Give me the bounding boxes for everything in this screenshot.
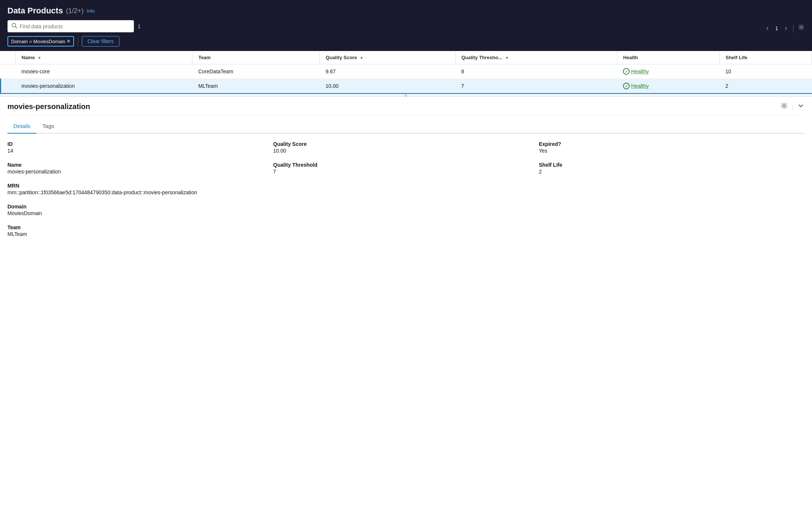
quality-threshold-value: 7 xyxy=(273,169,531,175)
healthy-label: Healthy xyxy=(631,68,649,74)
page-title: Data Products xyxy=(7,6,63,16)
healthy-badge: Healthy xyxy=(623,68,713,75)
table-area: Name ▼ Team Quality Score ▼ Quality Thre… xyxy=(0,51,812,94)
quality-threshold-sort-icon: ▼ xyxy=(505,56,509,60)
row1-name: movies-core xyxy=(16,64,192,79)
expired-value: Yes xyxy=(539,148,797,154)
name-sort-icon: ▼ xyxy=(38,56,41,60)
detail-section-2: Quality Score 10.00 Quality Threshold 7 xyxy=(273,141,539,245)
col-header-quality-score[interactable]: Quality Score ▼ xyxy=(320,51,455,64)
id-value: 14 xyxy=(7,148,266,154)
quality-score-field: Quality Score 10.00 xyxy=(273,141,531,154)
resize-dots-icon: ≡ xyxy=(404,93,407,98)
domain-label: Domain xyxy=(7,204,266,210)
top-controls-row: 1 ‹ 1 › xyxy=(7,20,805,36)
name-value: movies-personalization xyxy=(7,169,266,175)
filter-tag: Domain = MoviesDomain × xyxy=(7,36,74,47)
resize-handle[interactable]: ≡ xyxy=(0,94,812,97)
pagination-number: 1 xyxy=(773,25,780,32)
id-field: ID 14 xyxy=(7,141,266,154)
row2-quality-threshold: 7 xyxy=(455,79,617,94)
detail-content: ID 14 Name movies-personalization MRN mr… xyxy=(7,141,805,245)
row2-team: MLTeam xyxy=(192,79,320,94)
healthy-label: Healthy xyxy=(631,83,649,89)
quality-threshold-field: Quality Threshold 7 xyxy=(273,162,531,175)
table-row[interactable]: movies-core CoreDataTeam 9.67 8 Healthy … xyxy=(1,64,812,79)
search-icon xyxy=(12,23,17,30)
pagination-prev-button[interactable]: ‹ xyxy=(765,23,770,33)
expired-field: Expired? Yes xyxy=(539,141,797,154)
svg-point-2 xyxy=(800,26,802,28)
detail-section-3: Expired? Yes Shelf Life 2 xyxy=(539,141,805,245)
expired-label: Expired? xyxy=(539,141,797,147)
col-header-shelf-life: Shelf Life xyxy=(719,51,812,64)
row1-quality-score: 9.67 xyxy=(320,64,455,79)
data-table: Name ▼ Team Quality Score ▼ Quality Thre… xyxy=(0,51,812,94)
detail-header: movies-personalization xyxy=(7,97,805,115)
shelf-life-value: 2 xyxy=(539,169,797,175)
row1-team: CoreDataTeam xyxy=(192,64,320,79)
domain-value: MoviesDomain xyxy=(7,210,266,216)
pagination-next-button[interactable]: › xyxy=(783,23,789,33)
svg-point-3 xyxy=(783,105,785,107)
filters-row: Domain = MoviesDomain × Clear filters xyxy=(7,36,805,47)
row1-quality-threshold: 8 xyxy=(455,64,617,79)
tab-details[interactable]: Details xyxy=(7,119,36,134)
shelf-life-label: Shelf Life xyxy=(539,162,797,168)
col-header-quality-threshold[interactable]: Quality Thresho... ▼ xyxy=(455,51,617,64)
row2-name: movies-personalization xyxy=(16,79,192,94)
shelf-life-field: Shelf Life 2 xyxy=(539,162,797,175)
quality-score-label: Quality Score xyxy=(273,141,531,147)
table-row[interactable]: movies-personalization MLTeam 10.00 7 He… xyxy=(1,79,812,94)
col-header-team: Team xyxy=(192,51,320,64)
detail-section-1: ID 14 Name movies-personalization MRN mr… xyxy=(7,141,273,245)
domain-field: Domain MoviesDomain xyxy=(7,204,266,216)
search-row: 1 xyxy=(7,20,141,32)
team-label: Team xyxy=(7,224,266,230)
col-header-select xyxy=(1,51,16,64)
mrn-label: MRN xyxy=(7,183,266,189)
svg-line-1 xyxy=(16,27,17,28)
col-header-health: Health xyxy=(617,51,719,64)
team-value: MLTeam xyxy=(7,231,266,237)
row2-select xyxy=(1,79,16,94)
name-label: Name xyxy=(7,162,266,168)
row2-health: Healthy xyxy=(617,79,719,94)
search-box xyxy=(7,20,134,32)
id-label: ID xyxy=(7,141,266,147)
team-field: Team MLTeam xyxy=(7,224,266,237)
detail-collapse-button[interactable] xyxy=(797,102,805,111)
detail-settings-button[interactable] xyxy=(780,102,788,111)
row1-shelf-life: 10 xyxy=(719,64,812,79)
table-settings-button[interactable] xyxy=(798,24,805,32)
filter-tag-close-button[interactable]: × xyxy=(67,38,70,44)
page-count: (1/2+) xyxy=(66,7,84,15)
mrn-field: MRN mrn::partition::1f03566ae5d:17044847… xyxy=(7,183,266,195)
detail-actions xyxy=(780,102,805,111)
clear-filters-button[interactable]: Clear filters xyxy=(82,36,119,47)
result-count: 1 xyxy=(138,23,141,29)
col-header-name[interactable]: Name ▼ xyxy=(16,51,192,64)
info-link[interactable]: Info xyxy=(87,8,95,14)
quality-threshold-label: Quality Threshold xyxy=(273,162,531,168)
filter-tag-label: Domain = MoviesDomain xyxy=(11,39,65,44)
healthy-circle-icon xyxy=(623,83,630,89)
detail-title: movies-personalization xyxy=(7,102,90,111)
mrn-value: mrn::partition::1f03566ae5d:170448479035… xyxy=(7,189,266,195)
top-bar-right: ‹ 1 › xyxy=(765,23,805,33)
divider xyxy=(793,24,793,32)
filter-divider xyxy=(78,36,78,47)
detail-divider xyxy=(792,103,793,111)
tabs-row: Details Tags xyxy=(7,119,805,134)
row2-quality-score: 10.00 xyxy=(320,79,455,94)
row1-select xyxy=(1,64,16,79)
page-header: Data Products (1/2+) Info xyxy=(7,6,805,16)
healthy-badge: Healthy xyxy=(623,83,713,89)
tab-tags[interactable]: Tags xyxy=(36,119,60,134)
table-header-row: Name ▼ Team Quality Score ▼ Quality Thre… xyxy=(1,51,812,64)
quality-score-sort-icon: ▼ xyxy=(360,56,364,60)
row2-shelf-life: 2 xyxy=(719,79,812,94)
row1-health: Healthy xyxy=(617,64,719,79)
quality-score-value: 10.00 xyxy=(273,148,531,154)
search-input[interactable] xyxy=(20,23,130,29)
